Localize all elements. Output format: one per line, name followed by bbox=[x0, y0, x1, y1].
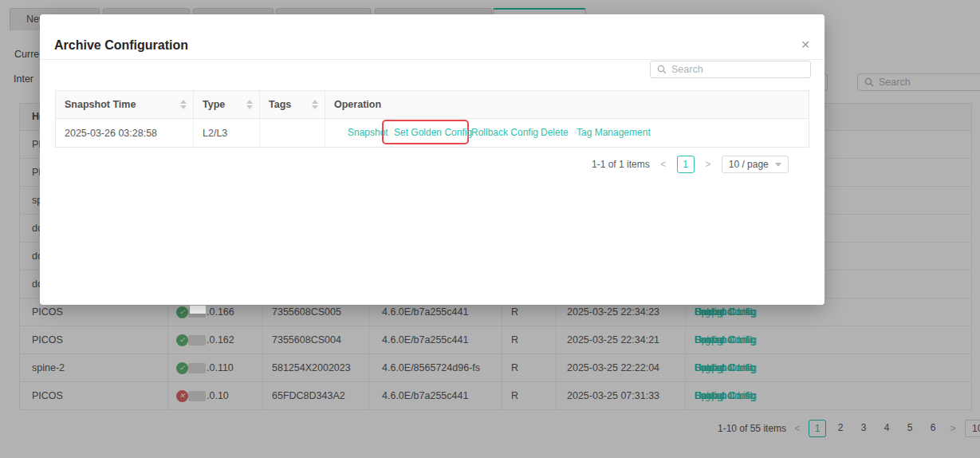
sort-icon[interactable] bbox=[180, 100, 187, 109]
modal-pagination: 1-1 of 1 items < 1 > 10 / page bbox=[592, 156, 789, 173]
sort-icon[interactable] bbox=[312, 100, 318, 109]
screen: New Curre Inter Search Ho bbox=[0, 0, 980, 458]
snapshot-time-cell: 2025-03-26 03:28:58 bbox=[65, 128, 157, 139]
page-size-value: 10 / page bbox=[729, 159, 769, 170]
next-page-button[interactable]: > bbox=[703, 159, 714, 170]
snapshot-time-header: Snapshot Time bbox=[65, 99, 136, 110]
archive-configuration-modal: Archive Configuration ✕ Search Snapshot … bbox=[40, 14, 825, 305]
modal-header-divider bbox=[40, 59, 825, 60]
snapshot-row: 2025-03-26 03:28:58 L2/L3 Snapshot Set G… bbox=[56, 119, 809, 147]
page-1-button[interactable]: 1 bbox=[677, 156, 695, 173]
pagination-total: 1-1 of 1 items bbox=[592, 159, 650, 170]
redaction-patch bbox=[190, 306, 206, 314]
type-header: Type bbox=[203, 99, 225, 110]
chevron-down-icon bbox=[775, 163, 781, 167]
delete-link[interactable]: Delete bbox=[541, 119, 569, 147]
search-placeholder: Search bbox=[671, 64, 703, 75]
type-cell: L2/L3 bbox=[203, 128, 227, 139]
tag-management-link[interactable]: Tag Management bbox=[577, 119, 651, 147]
snapshot-table-header: Snapshot Time Type Tags Operation bbox=[56, 91, 809, 119]
modal-title: Archive Configuration bbox=[54, 38, 188, 53]
rollback-config-link[interactable]: Rollback Config bbox=[471, 119, 538, 147]
sort-icon[interactable] bbox=[246, 100, 253, 109]
tags-header: Tags bbox=[269, 99, 291, 110]
modal-search-input[interactable]: Search bbox=[650, 61, 811, 78]
snapshot-table: Snapshot Time Type Tags Operation 2025-0… bbox=[55, 90, 809, 148]
page-size-select[interactable]: 10 / page bbox=[722, 156, 789, 173]
close-icon[interactable]: ✕ bbox=[797, 38, 813, 51]
set-golden-config-link[interactable]: Set Golden Config bbox=[394, 119, 472, 147]
prev-page-button[interactable]: < bbox=[658, 159, 669, 170]
search-icon bbox=[657, 65, 667, 74]
operation-header: Operation bbox=[334, 99, 381, 110]
